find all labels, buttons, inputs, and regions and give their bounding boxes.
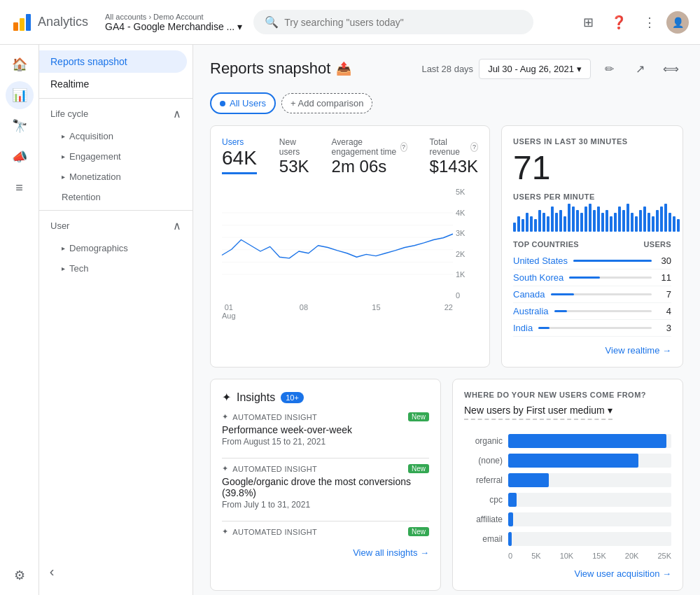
country-bar-bg <box>569 276 652 279</box>
sidebar-item-tech[interactable]: ▸ Tech <box>39 258 192 279</box>
sidebar-item-reports-snapshot[interactable]: Reports snapshot <box>39 50 187 73</box>
y-label-4k: 4K <box>456 209 475 217</box>
country-bar <box>573 260 652 262</box>
export-icon[interactable]: 📤 <box>336 61 351 76</box>
sidebar-icon-configure[interactable]: ≡ <box>6 174 34 202</box>
apps-icon-btn[interactable]: ⊞ <box>574 8 602 36</box>
realtime-bar <box>530 216 533 232</box>
help-icon: ❓ <box>611 15 626 30</box>
sidebar-icon-advertising[interactable]: 📣 <box>6 143 34 171</box>
share-btn[interactable]: ↗ <box>627 56 652 81</box>
add-comparison-btn[interactable]: + Add comparison <box>281 93 372 113</box>
realtime-bar <box>551 206 554 232</box>
segment-row: All Users + Add comparison <box>210 92 683 114</box>
realtime-bar <box>610 216 612 232</box>
chart-x-labels: 01Aug 08 15 22 <box>222 303 453 320</box>
realtime-bar <box>643 206 646 232</box>
metric-new-users-label: New users <box>279 137 309 157</box>
chip-dot <box>220 101 225 106</box>
more-menu-icon-btn[interactable]: ⋮ <box>636 8 664 36</box>
help-icon-btn[interactable]: ❓ <box>605 8 633 36</box>
nav-icons: ⊞ ❓ ⋮ 👤 <box>574 8 689 36</box>
h-bar-channel-label: affiliate <box>464 514 503 524</box>
demographics-arrow-icon: ▸ <box>62 244 65 252</box>
compare-btn[interactable]: ⟺ <box>658 56 683 81</box>
metric-users[interactable]: Users 64K <box>222 137 257 176</box>
acquisition-arrow-icon: ▸ <box>62 132 65 140</box>
sidebar-item-engagement[interactable]: ▸ Engagement <box>39 146 192 167</box>
search-bar[interactable]: 🔍 <box>253 10 533 34</box>
search-input[interactable] <box>284 17 522 28</box>
insight-type-label-2: ✦ AUTOMATED INSIGHT <box>222 464 317 473</box>
sidebar-item-label-tech: Tech <box>69 263 88 274</box>
country-users: 30 <box>657 255 671 266</box>
h-bar-fill <box>508 532 512 546</box>
insight-type-row-2: ✦ AUTOMATED INSIGHT New <box>222 464 429 473</box>
insight-title-2: Google/organic drove the most conversion… <box>222 476 429 498</box>
realtime-bar <box>522 219 524 232</box>
chart-selector[interactable]: New users by First user medium ▾ <box>464 405 612 420</box>
account-select[interactable]: GA4 - Google Merchandise ... ▾ <box>105 21 242 32</box>
country-bar <box>569 276 600 279</box>
country-bar <box>554 310 567 312</box>
x-label-1: 01Aug <box>222 303 236 320</box>
h-bar-fill <box>508 473 549 487</box>
top-nav: Analytics All accounts › Demo Account GA… <box>0 0 700 45</box>
account-info: All accounts › Demo Account GA4 - Google… <box>105 13 242 32</box>
h-bar-fill <box>508 454 638 468</box>
main-content-grid: Users 64K New users 53K Average engagem <box>210 125 683 368</box>
monetization-arrow-icon: ▸ <box>62 173 65 181</box>
sidebar-item-retention[interactable]: Retention <box>39 187 192 207</box>
realtime-bar <box>652 216 654 232</box>
y-label-1k: 1K <box>456 270 475 279</box>
sidebar-collapse-btn[interactable]: ‹ <box>39 559 64 584</box>
insights-card: ✦ Insights 10+ ✦ AUTOMATED INSIGHT New P… <box>210 379 441 591</box>
view-acquisition-link[interactable]: View user acquisition → <box>464 568 671 579</box>
realtime-bar <box>597 206 600 232</box>
date-range-selector[interactable]: Jul 30 - Aug 26, 2021 ▾ <box>479 59 591 79</box>
lifecycle-section-header[interactable]: Life cycle ∧ <box>39 102 192 126</box>
user-section-label: User <box>50 220 69 231</box>
country-bar-bg <box>554 310 652 312</box>
h-bar-bg <box>508 473 671 487</box>
sidebar-icon-explore[interactable]: 🔭 <box>6 112 34 140</box>
user-section-header[interactable]: User ∧ <box>39 214 192 238</box>
compare-icon: ⟺ <box>663 62 679 76</box>
view-realtime-link[interactable]: View realtime → <box>513 345 671 356</box>
realtime-bar <box>656 210 659 232</box>
h-bar-bg <box>508 434 671 448</box>
country-bar-bg <box>573 260 652 262</box>
settings-icon-btn[interactable]: ⚙ <box>6 561 34 589</box>
realtime-bar <box>626 204 629 232</box>
edit-report-btn[interactable]: ✏ <box>596 56 622 81</box>
insights-star-icon: ✦ <box>222 391 231 404</box>
insight-item-3: ✦ AUTOMATED INSIGHT New <box>222 527 429 536</box>
realtime-bar <box>580 213 583 232</box>
insight-sparkle-icon-3: ✦ <box>222 527 228 536</box>
y-label-3k: 3K <box>456 229 475 237</box>
metrics-chart-card: Users 64K New users 53K Average engagem <box>210 125 490 368</box>
sidebar-item-label-demographics: Demographics <box>69 243 128 253</box>
svg-rect-1 <box>20 18 24 31</box>
apps-grid-icon: ⊞ <box>583 15 594 30</box>
metric-new-users[interactable]: New users 53K <box>279 137 309 176</box>
y-label-2k: 2K <box>456 250 475 258</box>
realtime-bar <box>614 213 617 232</box>
h-bar-bg <box>508 493 671 507</box>
realtime-bar <box>576 210 579 232</box>
sidebar-icon-home[interactable]: 🏠 <box>6 50 34 78</box>
h-bar-axis-label: 5K <box>531 552 540 560</box>
sidebar-item-monetization[interactable]: ▸ Monetization <box>39 167 192 187</box>
view-all-insights-link[interactable]: View all insights → <box>222 547 429 558</box>
country-row: South Korea 11 <box>513 270 671 286</box>
sidebar-item-acquisition[interactable]: ▸ Acquisition <box>39 126 192 146</box>
sidebar-item-demographics[interactable]: ▸ Demographics <box>39 238 192 258</box>
sidebar-icon-reports[interactable]: 📊 <box>6 81 34 109</box>
sidebar-item-realtime[interactable]: Realtime <box>39 73 187 95</box>
metric-engagement[interactable]: Average engagement time ? 2m 06s <box>332 137 407 176</box>
user-avatar[interactable]: 👤 <box>666 11 689 34</box>
h-bar-axis-label: 25K <box>657 552 671 560</box>
all-users-chip[interactable]: All Users <box>210 92 276 114</box>
metric-revenue[interactable]: Total revenue ? $143K <box>430 137 478 176</box>
realtime-bar <box>593 210 596 232</box>
